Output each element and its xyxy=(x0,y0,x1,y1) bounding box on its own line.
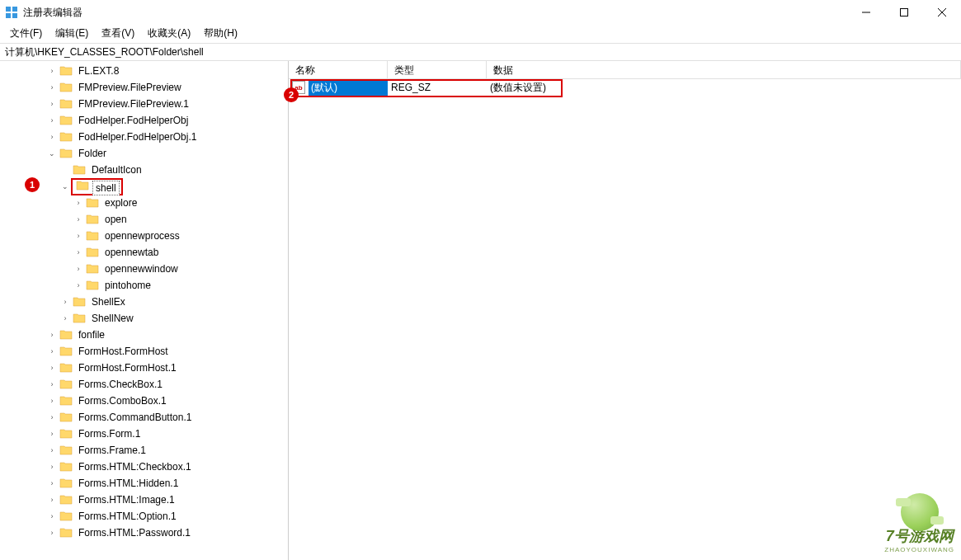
tree-item[interactable]: ›Forms.CheckBox.1 xyxy=(0,376,288,393)
value-data: (数值未设置) xyxy=(487,81,546,95)
tree-item[interactable]: ›Forms.HTML:Password.1 xyxy=(0,525,288,541)
tree-item[interactable]: ›opennewwindow xyxy=(0,261,288,277)
svg-rect-0 xyxy=(6,7,11,12)
tree-item-label: FormHost.FormHost xyxy=(76,345,171,358)
tree-item[interactable]: ›opennewtab xyxy=(0,244,288,261)
chevron-right-icon[interactable]: › xyxy=(46,67,58,75)
tree-item[interactable]: ›open xyxy=(0,211,288,228)
list-row[interactable]: ab (默认) REG_SZ (数值未设置) xyxy=(289,79,961,96)
column-data[interactable]: 数据 xyxy=(487,61,961,78)
chevron-right-icon[interactable]: › xyxy=(46,430,58,438)
chevron-right-icon[interactable]: › xyxy=(46,100,58,108)
tree-item[interactable]: ›Forms.HTML:Checkbox.1 xyxy=(0,459,288,475)
tree-item[interactable]: ›FMPreview.FilePreview xyxy=(0,79,288,96)
chevron-right-icon[interactable]: › xyxy=(46,512,58,520)
chevron-down-icon[interactable]: ⌄ xyxy=(46,149,58,158)
svg-rect-1 xyxy=(12,7,17,12)
chevron-right-icon[interactable]: › xyxy=(46,446,58,454)
column-type[interactable]: 类型 xyxy=(388,61,487,78)
chevron-right-icon[interactable]: › xyxy=(46,463,58,471)
folder-icon xyxy=(86,214,99,225)
chevron-right-icon[interactable]: › xyxy=(46,496,58,504)
chevron-right-icon[interactable]: › xyxy=(46,347,58,355)
chevron-right-icon[interactable]: › xyxy=(46,331,58,339)
tree-item[interactable]: ›Forms.CommandButton.1 xyxy=(0,409,288,426)
tree-item[interactable]: ›FodHelper.FodHelperObj xyxy=(0,112,288,129)
chevron-right-icon[interactable]: › xyxy=(46,364,58,372)
chevron-right-icon[interactable]: › xyxy=(73,215,84,224)
chevron-right-icon[interactable]: › xyxy=(73,248,84,256)
chevron-right-icon[interactable]: › xyxy=(73,281,84,289)
window-controls xyxy=(847,0,961,25)
tree-item[interactable]: ›Forms.HTML:Option.1 xyxy=(0,508,288,525)
callout-box-1: shell xyxy=(71,178,123,195)
tree-item-label: DefaultIcon xyxy=(89,163,144,176)
folder-icon xyxy=(59,115,73,126)
menu-file[interactable]: 文件(F) xyxy=(3,25,49,43)
tree-panel[interactable]: ›FL.EXT.8›FMPreview.FilePreview›FMPrevie… xyxy=(0,61,289,560)
column-name[interactable]: 名称 xyxy=(289,61,388,78)
chevron-right-icon[interactable]: › xyxy=(59,298,71,306)
menu-favorites[interactable]: 收藏夹(A) xyxy=(141,25,197,43)
chevron-right-icon[interactable]: › xyxy=(46,380,58,388)
tree-item[interactable]: ›FMPreview.FilePreview.1 xyxy=(0,96,288,112)
tree-item[interactable]: ›FL.EXT.8 xyxy=(0,63,288,79)
tree-item-label: opennewprocess xyxy=(102,229,182,242)
tree-item[interactable]: ›Forms.HTML:Image.1 xyxy=(0,492,288,508)
tree-item[interactable]: ›fonfile xyxy=(0,327,288,343)
folder-icon xyxy=(59,395,73,407)
tree-item[interactable]: ⌄shell xyxy=(0,178,288,195)
tree-item-label: Forms.HTML:Option.1 xyxy=(76,510,179,523)
tree-item[interactable]: ›FodHelper.FodHelperObj.1 xyxy=(0,129,288,145)
tree-item-label: FormHost.FormHost.1 xyxy=(76,361,179,374)
chevron-down-icon[interactable]: ⌄ xyxy=(59,182,71,191)
value-name: (默认) xyxy=(309,80,388,96)
tree-item-label: FodHelper.FodHelperObj.1 xyxy=(76,130,199,144)
address-bar[interactable]: 计算机\HKEY_CLASSES_ROOT\Folder\shell xyxy=(0,43,961,61)
chevron-right-icon[interactable]: › xyxy=(46,83,58,92)
chevron-right-icon[interactable]: › xyxy=(46,116,58,125)
close-button[interactable] xyxy=(923,0,961,25)
folder-icon xyxy=(86,247,99,258)
tree-item[interactable]: ›FormHost.FormHost.1 xyxy=(0,360,288,376)
tree-item-label: Forms.ComboBox.1 xyxy=(76,394,169,407)
tree-item-label: explore xyxy=(102,196,139,209)
tree-item[interactable]: ⌄Folder xyxy=(0,145,288,162)
menu-edit[interactable]: 编辑(E) xyxy=(49,25,95,43)
menu-view[interactable]: 查看(V) xyxy=(95,25,141,43)
chevron-right-icon[interactable]: › xyxy=(73,232,84,240)
tree-item[interactable]: ›Forms.Frame.1 xyxy=(0,442,288,459)
folder-icon xyxy=(73,296,86,308)
tree-item-label: opennewwindow xyxy=(102,262,181,275)
maximize-button[interactable] xyxy=(885,0,923,25)
tree-item[interactable]: ›ShellEx xyxy=(0,294,288,310)
folder-icon xyxy=(59,478,73,489)
tree-item[interactable]: ›Forms.ComboBox.1 xyxy=(0,393,288,409)
chevron-right-icon[interactable]: › xyxy=(59,314,71,322)
tree-item-label: FL.EXT.8 xyxy=(76,64,121,78)
tree-item-label: pintohome xyxy=(102,279,153,292)
chevron-right-icon[interactable]: › xyxy=(46,479,58,487)
chevron-right-icon[interactable]: › xyxy=(46,529,58,537)
folder-icon xyxy=(59,428,73,440)
tree-item[interactable]: ›Forms.Form.1 xyxy=(0,426,288,442)
chevron-right-icon[interactable]: › xyxy=(73,265,84,273)
chevron-right-icon[interactable]: › xyxy=(46,397,58,405)
tree-item[interactable]: ›pintohome xyxy=(0,277,288,294)
app-icon xyxy=(5,6,18,19)
chevron-right-icon[interactable]: › xyxy=(46,133,58,141)
chevron-right-icon[interactable]: › xyxy=(73,199,84,207)
menu-help[interactable]: 帮助(H) xyxy=(197,25,244,43)
tree-item[interactable]: ›ShellNew xyxy=(0,310,288,327)
tree-item-label: Forms.Form.1 xyxy=(76,427,143,440)
minimize-button[interactable] xyxy=(847,0,885,25)
chevron-right-icon[interactable]: › xyxy=(46,413,58,421)
list-header: 名称 类型 数据 xyxy=(289,61,961,79)
tree-item-label: open xyxy=(102,213,130,226)
tree-item[interactable]: DefaultIcon xyxy=(0,162,288,178)
folder-icon xyxy=(59,148,73,159)
tree-item[interactable]: ›Forms.HTML:Hidden.1 xyxy=(0,475,288,492)
tree-item[interactable]: ›explore xyxy=(0,195,288,211)
tree-item[interactable]: ›FormHost.FormHost xyxy=(0,343,288,360)
tree-item[interactable]: ›opennewprocess xyxy=(0,228,288,244)
